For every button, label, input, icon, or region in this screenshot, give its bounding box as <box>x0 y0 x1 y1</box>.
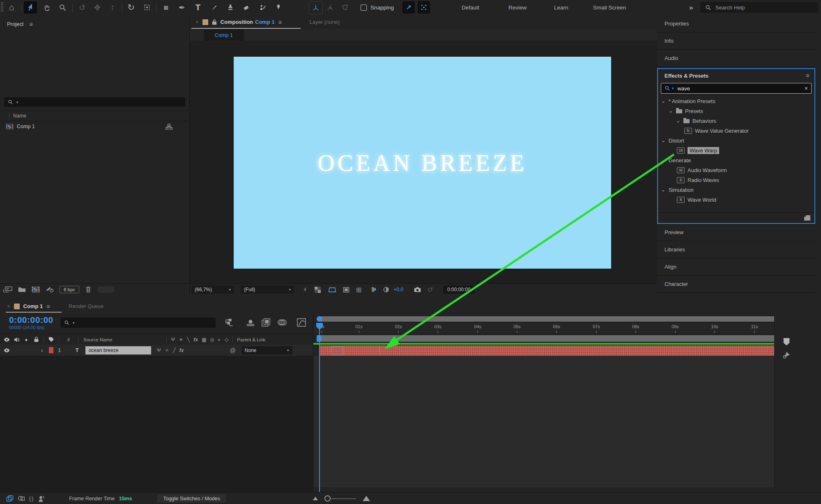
effects-tree-item[interactable]: fx Wave Value Generator <box>658 126 814 136</box>
effects-tree-item-wave-warp[interactable]: 16 Wave Warp <box>658 145 814 155</box>
timeline-zoom-slider[interactable] <box>324 495 331 502</box>
source-name-column-header[interactable]: Source Name <box>83 337 112 342</box>
frame-blending-icon[interactable] <box>261 318 271 327</box>
snapping-checkbox[interactable] <box>361 5 367 11</box>
layer-row-ocean-breeze[interactable]: › 1 T ocean breeze Ψ ☀ ╱ fx @ None▾ <box>0 345 313 356</box>
composition-mini-flowchart-icon[interactable] <box>225 318 236 327</box>
tab-libraries[interactable]: Libraries <box>657 241 815 258</box>
label-column-icon[interactable] <box>46 337 56 342</box>
home-icon[interactable]: ⌂ <box>5 1 18 14</box>
search-options-caret[interactable]: ▾ <box>16 100 18 104</box>
transparency-grid-icon[interactable] <box>315 287 321 293</box>
eraser-tool[interactable] <box>240 1 253 14</box>
selection-tool[interactable] <box>24 1 37 14</box>
tab-info[interactable]: Info <box>657 32 815 50</box>
puppet-pin-tool[interactable] <box>272 1 285 14</box>
toggle-switches-modes-button[interactable]: Toggle Switches / Modes <box>157 494 225 503</box>
shy-guy-icon[interactable] <box>38 495 45 502</box>
tab-character[interactable]: Character <box>657 276 815 293</box>
solo-column-icon[interactable]: ● <box>21 337 31 342</box>
viewer-canvas-area[interactable]: OCEAN BREEZE <box>190 41 657 283</box>
toolbar-grip[interactable] <box>1 2 3 13</box>
timeline-tab-render-queue[interactable]: Render Queue <box>69 303 103 309</box>
motion-blur-icon[interactable] <box>277 318 287 327</box>
layer-collapse-switch[interactable]: ╱ <box>172 348 175 353</box>
close-tab-icon[interactable]: × <box>195 19 199 25</box>
parent-link-column-header[interactable]: Parent & Link <box>237 337 265 342</box>
effects-tree-item[interactable]: ⌄ Simulation <box>658 185 814 195</box>
composition-tab-comp-name[interactable]: Comp 1 <box>255 19 275 25</box>
unlock-icon[interactable] <box>212 19 217 25</box>
panel-group-chip[interactable] <box>202 19 208 25</box>
tab-align[interactable]: Align <box>657 258 815 276</box>
stamp-tool[interactable] <box>224 1 237 14</box>
live-update-icon[interactable] <box>6 495 14 502</box>
workspace-review[interactable]: Review <box>508 0 527 15</box>
axis-mode-view[interactable] <box>338 1 352 14</box>
effects-search-field[interactable]: ▾ wave × <box>661 83 812 94</box>
layer-label-color-chip[interactable] <box>49 347 53 353</box>
layer-visibility-icon[interactable] <box>2 348 11 352</box>
layer-duration-bar[interactable] <box>320 345 781 356</box>
flowchart-icon[interactable] <box>166 124 172 130</box>
effects-tree-item[interactable]: ⌄ Generate <box>658 155 814 165</box>
project-item-comp1[interactable]: Comp 1 <box>0 121 189 132</box>
tab-properties[interactable]: Properties <box>657 15 815 32</box>
playhead-line[interactable] <box>319 323 320 502</box>
mask-mode-icon[interactable] <box>18 495 25 502</box>
show-snapshot-icon[interactable] <box>427 287 433 292</box>
expressions-icon[interactable]: { } <box>29 495 33 502</box>
composition-canvas[interactable]: OCEAN BREEZE <box>234 57 611 269</box>
effects-tree-item[interactable]: 8 Radio Waves <box>658 175 814 185</box>
exposure-reset-icon[interactable] <box>383 286 389 293</box>
tab-preview[interactable]: Preview <box>657 224 815 241</box>
snap-to-features-icon[interactable] <box>418 1 430 14</box>
effects-tree-item[interactable]: ⌄ Distort <box>658 136 814 145</box>
type-tool[interactable]: T <box>191 1 205 14</box>
panel-resize-pill[interactable] <box>97 286 115 293</box>
snap-to-edges-icon[interactable]: ↗ <box>402 1 415 14</box>
effects-tree-item[interactable]: 8 Wave World <box>658 195 814 205</box>
timeline-track-area[interactable]: 0s 01s 02s 03s 04s 05s 06s 07s 08s 09s 1… <box>313 314 798 492</box>
track-empty-area[interactable] <box>313 356 798 487</box>
project-search-field[interactable]: ▾ <box>4 97 185 107</box>
hand-tool[interactable] <box>40 1 53 14</box>
layer-name-field[interactable]: ocean breeze <box>85 346 151 354</box>
zoom-slider-track[interactable] <box>331 498 356 499</box>
snapping-control[interactable]: Snapping <box>361 0 394 15</box>
brush-tool[interactable] <box>208 1 221 14</box>
video-column-icon[interactable] <box>2 338 11 342</box>
effects-tree-item[interactable]: ⌄ Behaviors <box>658 116 814 126</box>
roto-brush-tool[interactable] <box>256 1 269 14</box>
effects-tree-item[interactable]: 32 Audio Waveform <box>658 165 814 175</box>
snapshot-camera-icon[interactable] <box>414 287 421 292</box>
layer-expand-icon[interactable]: › <box>41 347 43 354</box>
camera-track-tool[interactable] <box>140 1 154 14</box>
exposure-value[interactable]: +0,0 <box>393 287 403 292</box>
tab-audio[interactable]: Audio <box>657 50 815 67</box>
graph-editor-icon[interactable] <box>297 318 306 327</box>
comp-viewer-tab[interactable]: Comp 1 <box>204 30 244 41</box>
new-folder-icon[interactable] <box>18 286 26 292</box>
workspace-overflow-icon[interactable]: » <box>689 0 693 15</box>
parent-dropdown[interactable]: None▾ <box>241 346 292 354</box>
panel-group-chip[interactable] <box>14 304 20 309</box>
grid-guides-icon[interactable]: ⊞ <box>356 286 361 294</box>
layer-anchor-switch[interactable]: Ψ <box>157 348 161 353</box>
number-column-header[interactable]: # <box>62 337 76 342</box>
timeline-search-field[interactable]: ▾ <box>60 318 216 328</box>
panel-menu-icon[interactable]: ≡ <box>806 74 810 78</box>
project-settings-icon[interactable] <box>46 286 54 293</box>
search-help-field[interactable]: Search Help <box>700 2 819 13</box>
axis-mode-local[interactable] <box>309 1 323 14</box>
layer-shy-switch[interactable]: ☀ <box>165 348 169 353</box>
panel-menu-icon[interactable]: ≡ <box>46 304 50 308</box>
draft-3d-icon[interactable] <box>246 318 255 327</box>
axis-mode-world[interactable] <box>324 1 337 14</box>
zoom-in-mountain-icon[interactable] <box>363 496 370 501</box>
panel-menu-icon[interactable]: ≡ <box>29 22 33 26</box>
layer-tab-label[interactable]: Layer (none) <box>309 19 340 25</box>
dolly-camera-tool[interactable]: ↕ <box>106 1 119 14</box>
layer-fx-switch[interactable]: fx <box>179 348 184 353</box>
region-of-interest-icon[interactable] <box>343 287 350 293</box>
